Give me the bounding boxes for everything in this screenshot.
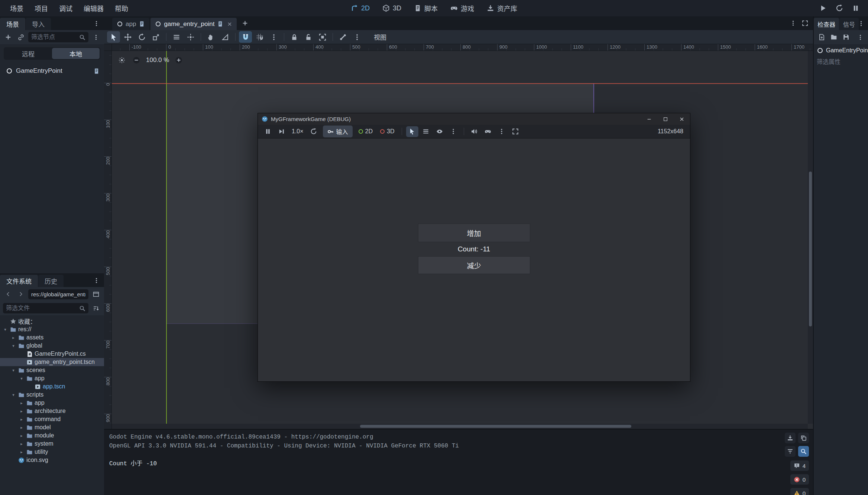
expand-arrow[interactable]: ▸ <box>19 425 25 430</box>
expand-arrow[interactable]: ▾ <box>10 393 16 397</box>
file-tree-item[interactable]: icon.svg <box>0 456 104 464</box>
script-icon[interactable] <box>217 21 223 27</box>
errors-badge[interactable]: 0 <box>790 474 809 485</box>
zoom-in-button[interactable] <box>173 55 184 66</box>
expand-arrow[interactable]: ▾ <box>19 376 25 381</box>
expand-arrow[interactable]: ▸ <box>19 417 25 422</box>
new-scene-tab-button[interactable] <box>239 18 250 29</box>
fullscreen-button[interactable] <box>509 126 522 137</box>
debug-menu-button[interactable] <box>482 126 494 137</box>
expand-arrow[interactable]: ▸ <box>19 409 25 414</box>
instance-scene-button[interactable] <box>16 32 26 42</box>
dock-tab[interactable]: 文件系统 <box>0 275 38 287</box>
file-tree-item[interactable]: ▸ command <box>0 415 104 423</box>
file-tree-item[interactable]: ▾ global <box>0 342 104 350</box>
next-frame-button[interactable] <box>275 126 288 137</box>
scene-dock-menu-button[interactable] <box>91 19 101 28</box>
file-tree-item[interactable]: ▸ utility <box>0 448 104 456</box>
local-tab[interactable]: 本地 <box>52 48 100 59</box>
menu-item[interactable]: 编辑器 <box>78 1 109 15</box>
filesystem-dock-menu-button[interactable] <box>91 276 101 285</box>
minimize-button[interactable] <box>641 113 657 125</box>
rotate-tool-button[interactable] <box>135 31 148 43</box>
node-type-button[interactable] <box>420 126 432 137</box>
file-tree-item[interactable]: game_entry_point.tscn <box>0 358 104 366</box>
expand-arrow[interactable]: ▸ <box>10 335 16 340</box>
inspector-menu-button[interactable] <box>856 19 866 28</box>
smart-snap-button[interactable] <box>239 31 252 43</box>
filter-messages-button[interactable] <box>785 446 796 457</box>
file-tree-item[interactable]: ▾ res:// <box>0 325 104 333</box>
expand-arrow[interactable]: ▾ <box>2 327 8 332</box>
skeleton-options-button[interactable] <box>336 31 349 43</box>
save-log-button[interactable] <box>785 433 796 443</box>
lock-node-button[interactable] <box>288 31 301 43</box>
dock-tab[interactable]: 场景 <box>0 18 25 30</box>
horizontal-scrollbar-thumb[interactable] <box>360 425 631 428</box>
play-button[interactable] <box>817 2 829 14</box>
expand-arrow[interactable]: ▾ <box>10 343 16 348</box>
current-path-input[interactable] <box>31 291 85 297</box>
pause-button[interactable] <box>849 2 862 14</box>
expand-arrow[interactable]: ▸ <box>19 442 25 446</box>
scene-tree-node[interactable]: GameEntryPoint <box>0 64 104 78</box>
file-tree-item[interactable]: ▸ module <box>0 432 104 440</box>
playback-speed[interactable]: 1.0× <box>289 128 306 135</box>
expand-arrow[interactable]: ▸ <box>19 450 25 455</box>
file-tree-item[interactable]: ▸ assets <box>0 333 104 342</box>
file-tree-item[interactable]: ▾ app <box>0 374 104 382</box>
center-view-button[interactable] <box>116 55 127 66</box>
file-tree-item[interactable]: ▸ app <box>0 399 104 407</box>
file-tree-item[interactable]: 收藏： <box>0 317 104 325</box>
add-node-button[interactable] <box>3 32 13 42</box>
workspace-tab[interactable]: 游戏 <box>446 1 479 15</box>
select-tool-button[interactable] <box>107 31 120 43</box>
save-resource-button[interactable] <box>842 33 851 42</box>
dock-tab[interactable]: 检查器 <box>814 18 839 30</box>
copy-log-button[interactable] <box>798 433 809 443</box>
maximize-button[interactable] <box>657 113 674 125</box>
mute-audio-button[interactable] <box>468 126 480 137</box>
search-log-button[interactable] <box>798 446 809 457</box>
file-tree-item[interactable]: ▸ model <box>0 423 104 432</box>
menu-item[interactable]: 调试 <box>54 1 78 15</box>
menu-item[interactable]: 项目 <box>29 1 54 15</box>
scene-tab[interactable]: app <box>112 18 149 30</box>
selectable-nodes-button[interactable] <box>170 31 183 43</box>
expand-arrow[interactable]: ▾ <box>10 368 16 373</box>
skeleton-menu-button[interactable] <box>350 31 363 43</box>
messages-badge[interactable]: 4 <box>790 460 809 471</box>
warnings-badge[interactable]: 0 <box>790 488 809 495</box>
file-tree-item[interactable]: app.tscn <box>0 382 104 391</box>
zoom-level[interactable]: 100.0 % <box>145 56 170 64</box>
inspected-object[interactable]: GameEntryPoint... <box>814 44 868 55</box>
zoom-out-button[interactable] <box>131 55 142 66</box>
vertical-scrollbar-thumb[interactable] <box>809 172 812 326</box>
scene-tree-options-button[interactable] <box>91 32 101 42</box>
window-menu-button[interactable] <box>496 126 508 137</box>
dock-tab[interactable]: 历史 <box>38 275 64 287</box>
group-node-button[interactable] <box>316 31 329 43</box>
filter-properties-input[interactable]: 筛选属性 <box>817 57 865 66</box>
menu-item[interactable]: 场景 <box>4 1 29 15</box>
vertical-scrollbar[interactable] <box>808 51 813 424</box>
pick-node-button[interactable] <box>406 126 418 137</box>
increase-button[interactable]: 增加 <box>418 224 530 242</box>
scene-tab[interactable]: game_entry_point <box>150 18 237 30</box>
snap-options-button[interactable] <box>267 31 280 43</box>
workspace-tab[interactable]: 2D <box>346 3 375 14</box>
camera-menu-button[interactable] <box>447 126 460 137</box>
restart-button[interactable] <box>833 2 846 14</box>
scene-tab-list-button[interactable] <box>788 18 798 29</box>
input-mode-toggle[interactable]: 输入 <box>323 126 353 137</box>
menu-item[interactable]: 帮助 <box>109 1 134 15</box>
ruler-tool-button[interactable] <box>218 31 231 43</box>
horizontal-scrollbar[interactable] <box>112 424 808 429</box>
reset-speed-button[interactable] <box>308 126 320 137</box>
visibility-button[interactable] <box>434 126 446 137</box>
script-icon[interactable] <box>139 21 145 27</box>
expand-editor-button[interactable] <box>800 18 810 29</box>
workspace-tab[interactable]: 资产库 <box>482 1 522 15</box>
history-forward-button[interactable] <box>16 289 26 299</box>
file-tree-item[interactable]: ▾ scenes <box>0 366 104 374</box>
